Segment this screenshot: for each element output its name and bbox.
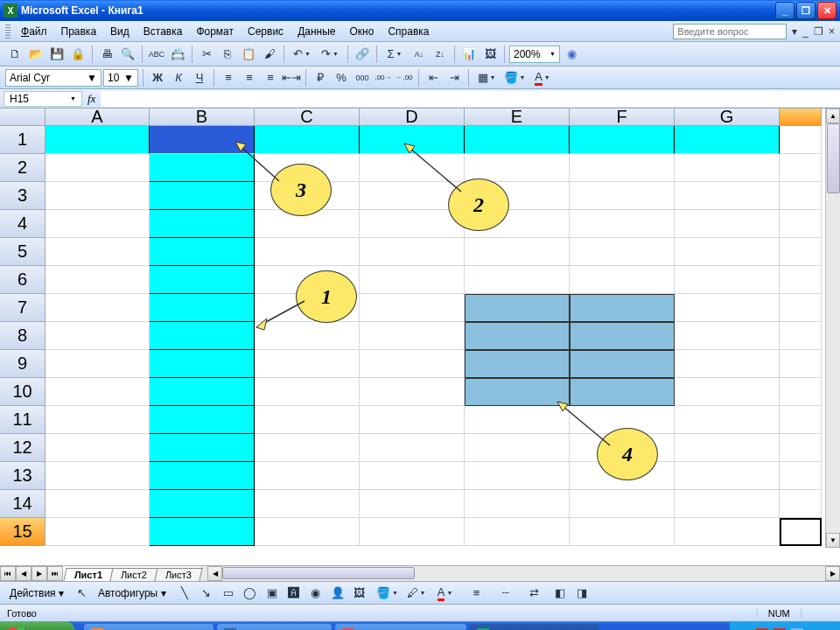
cell[interactable] (46, 294, 150, 322)
cell[interactable] (46, 238, 150, 266)
drawing-toggle-icon[interactable]: 🖼 (480, 45, 500, 64)
help-icon[interactable]: ◉ (562, 45, 581, 64)
col-header-h[interactable] (780, 108, 822, 126)
cell[interactable] (150, 434, 255, 462)
cell[interactable] (255, 210, 360, 238)
font-color-button[interactable]: A▼ (432, 584, 458, 603)
autosum-button[interactable]: Σ▼ (382, 45, 408, 64)
cell[interactable] (465, 322, 570, 350)
row-header-7[interactable]: 7 (0, 294, 46, 322)
cell[interactable] (675, 350, 780, 378)
cell[interactable] (675, 266, 780, 294)
cell[interactable] (150, 182, 255, 210)
align-right-icon[interactable]: ≡ (261, 68, 280, 88)
cell[interactable] (675, 182, 780, 210)
cell[interactable] (46, 434, 150, 462)
cell[interactable] (150, 126, 255, 154)
cell[interactable] (465, 434, 570, 462)
cell[interactable] (465, 210, 570, 238)
menu-view[interactable]: Вид (103, 24, 136, 39)
new-icon[interactable]: 🗋 (5, 45, 24, 64)
hyperlink-icon[interactable]: 🔗 (353, 45, 372, 64)
cell[interactable] (360, 182, 465, 210)
cell[interactable] (465, 518, 570, 546)
help-question-input[interactable] (673, 24, 787, 39)
cell[interactable] (150, 406, 255, 434)
scroll-left-icon[interactable]: ◀ (207, 566, 222, 581)
cell[interactable] (150, 154, 255, 182)
cell[interactable] (465, 378, 570, 406)
cell[interactable] (465, 126, 570, 154)
cell[interactable] (465, 266, 570, 294)
row-header-1[interactable]: 1 (0, 126, 46, 154)
cell[interactable] (360, 518, 465, 546)
cell[interactable] (675, 126, 780, 154)
row-header-2[interactable]: 2 (0, 154, 46, 182)
row-header-5[interactable]: 5 (0, 238, 46, 266)
row-header-13[interactable]: 13 (0, 462, 46, 490)
menu-format[interactable]: Формат (189, 24, 241, 39)
name-box[interactable]: H15▼ (4, 91, 82, 107)
fill-color-button[interactable]: 🪣▼ (501, 68, 528, 88)
chart-wizard-icon[interactable]: 📊 (459, 45, 479, 64)
cell[interactable] (780, 434, 822, 462)
sort-desc-icon[interactable]: Z↓ (430, 45, 450, 64)
clipart-icon[interactable]: 👤 (328, 584, 347, 603)
cell[interactable] (46, 210, 150, 238)
cell[interactable] (570, 266, 675, 294)
research-icon[interactable]: 📇 (168, 45, 187, 64)
system-tray[interactable]: RU 11:17 (730, 621, 840, 630)
cell[interactable] (570, 490, 675, 518)
currency-icon[interactable]: ₽ (311, 68, 330, 88)
cell[interactable] (360, 238, 465, 266)
fill-color-button[interactable]: 🪣▼ (374, 584, 401, 603)
cell[interactable] (465, 294, 570, 322)
mdi-minimize-button[interactable]: _ (802, 25, 808, 38)
cell[interactable] (675, 434, 780, 462)
merge-center-icon[interactable]: ⇤⇥ (282, 68, 301, 88)
col-header-a[interactable]: A (46, 108, 150, 126)
cell[interactable] (780, 126, 822, 154)
cell[interactable] (780, 294, 822, 322)
cell[interactable] (675, 238, 780, 266)
menu-data[interactable]: Данные (290, 24, 342, 39)
maximize-button[interactable]: ❐ (796, 2, 816, 19)
sheet-tab-3[interactable]: Лист3 (155, 568, 203, 581)
cell[interactable] (255, 462, 360, 490)
decrease-decimal-icon[interactable]: ←,00 (395, 68, 414, 88)
cell[interactable] (780, 154, 822, 182)
cell[interactable] (360, 126, 465, 154)
scroll-thumb[interactable] (222, 567, 415, 579)
3d-icon[interactable]: ◨ (572, 584, 592, 603)
decrease-indent-icon[interactable]: ⇤ (424, 68, 443, 88)
cell[interactable] (570, 434, 675, 462)
scroll-down-icon[interactable]: ▼ (826, 533, 840, 548)
select-objects-icon[interactable]: ↖ (73, 584, 92, 603)
cell[interactable] (46, 322, 150, 350)
line-icon[interactable]: ╲ (175, 584, 194, 603)
sheet-tab-1[interactable]: Лист1 (63, 568, 113, 581)
cell[interactable] (780, 266, 822, 294)
borders-button[interactable]: ▦▼ (473, 68, 500, 88)
taskbar-item-1[interactable]: Администрирование... (84, 624, 214, 630)
cell[interactable] (780, 350, 822, 378)
fx-icon[interactable]: fx (88, 92, 95, 106)
cell[interactable] (255, 238, 360, 266)
save-icon[interactable]: 💾 (47, 45, 66, 64)
cell[interactable] (360, 350, 465, 378)
spellcheck-icon[interactable]: ABC (147, 45, 166, 64)
taskbar-item-2[interactable]: 2 Microsoft Office ... (217, 624, 332, 630)
font-size-combo[interactable]: 10▼ (103, 69, 138, 87)
menu-window[interactable]: Окно (342, 24, 381, 39)
col-header-f[interactable]: F (570, 108, 675, 126)
scroll-up-icon[interactable]: ▲ (826, 108, 840, 123)
cell[interactable] (570, 154, 675, 182)
col-header-b[interactable]: B (150, 108, 255, 126)
cell[interactable] (255, 126, 360, 154)
menu-file[interactable]: Файл (14, 24, 54, 39)
font-color-button[interactable]: A▼ (529, 68, 556, 88)
textbox-icon[interactable]: ▣ (262, 584, 282, 603)
cell[interactable] (780, 518, 822, 546)
cell[interactable] (465, 490, 570, 518)
row-header-10[interactable]: 10 (0, 378, 46, 406)
